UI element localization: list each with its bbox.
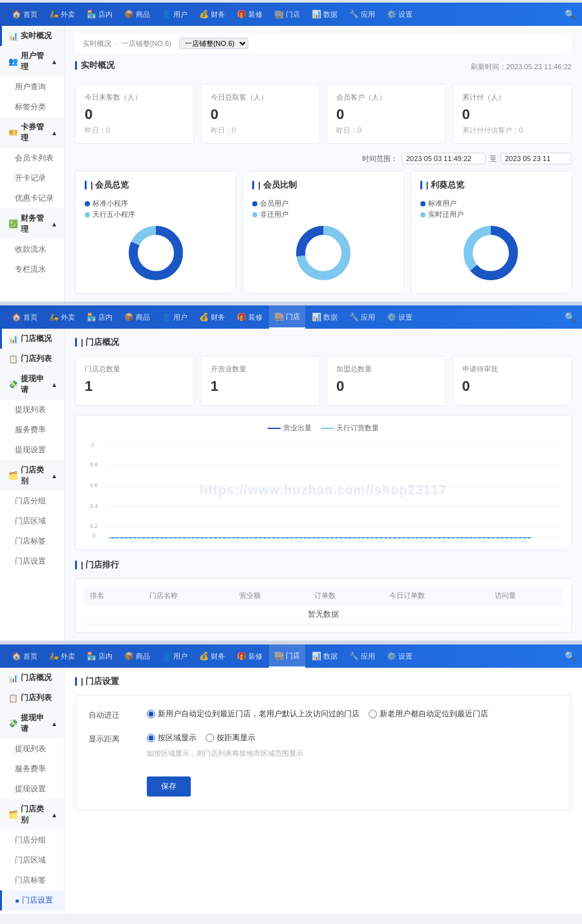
sidebar-item-withdraw-settings[interactable]: 提现设置 <box>0 440 64 460</box>
store-stat-open: 开营业数量 1 <box>201 356 321 406</box>
nav-dianei-3[interactable]: 🏪店内 <box>81 644 118 668</box>
nav-goods-3[interactable]: 📦商品 <box>119 644 155 668</box>
form-content-displayrange: 按区域显示 按距离显示 如按区域显示，则门店列表将按地市区域范围显示 <box>147 732 303 758</box>
radio-displayrange-distance[interactable]: 按距离显示 <box>206 732 255 743</box>
sidebar-item-financemgmt[interactable]: 💹财务管理▲ <box>0 208 64 239</box>
radio-autolocate-new[interactable]: 新用户自动定位到最近门店，老用户默认上次访问过的门店 <box>147 709 360 720</box>
coupon-icon: 🎫 <box>8 128 18 137</box>
sidebar3-item-withdraw-settings[interactable]: 提现设置 <box>0 779 64 799</box>
nav-dianei-1[interactable]: 🏪店内 <box>81 3 118 26</box>
nav-waimai-3[interactable]: 🛵外卖 <box>44 644 80 668</box>
nav-finance-1[interactable]: 💰财务 <box>194 3 230 26</box>
sidebar-item-tagcat[interactable]: 标签分类 <box>0 97 64 117</box>
sidebar3-item-overview[interactable]: 📊门店概况 <box>0 668 64 688</box>
nav-store-1[interactable]: 🏬门店 <box>269 3 305 26</box>
sidebar-item-store-list[interactable]: 📋门店列表 <box>0 349 64 369</box>
sidebar3-item-list[interactable]: 📋门店列表 <box>0 688 64 708</box>
sidebar-item-discountcard[interactable]: 优惠卡记录 <box>0 188 64 208</box>
sidebar-item-cashflow[interactable]: 收款流水 <box>0 239 64 259</box>
nav-settings-3[interactable]: ⚙️设置 <box>382 644 418 668</box>
sidebar-item-couponmgmt[interactable]: 🎫卡券管理▲ <box>0 117 64 148</box>
nav-settings-2[interactable]: ⚙️设置 <box>382 305 418 329</box>
search-icon-nav-1[interactable]: 🔍 <box>565 9 576 19</box>
sidebar-item-store-group[interactable]: 门店分组 <box>0 491 64 511</box>
nav-decor-3[interactable]: 🎁装修 <box>232 644 268 668</box>
sidebar-item-service-rate[interactable]: 服务费率 <box>0 420 64 440</box>
nav-data-1[interactable]: 📊数据 <box>307 3 343 26</box>
legend-dot-3-1 <box>420 212 426 217</box>
sidebar-item-membercard[interactable]: 会员卡列表 <box>0 148 64 168</box>
store-select-1[interactable]: 一店铺整(NO.6) <box>179 38 248 49</box>
nav-waimai-2[interactable]: 🛵外卖 <box>44 305 80 329</box>
nav-store-2[interactable]: 🏬门店 <box>269 305 305 329</box>
sidebar3-item-settings[interactable]: ●门店设置 <box>0 890 64 910</box>
s3-withdraw-icon: 💸 <box>8 719 18 728</box>
nav-data-3[interactable]: 📊数据 <box>307 644 343 668</box>
sidebar3-item-group[interactable]: 门店分组 <box>0 830 64 850</box>
top-nav-1: 🏠首页 🛵外卖 🏪店内 📦商品 👤用户 💰财务 🎁装修 🏬门店 📊数据 🔧应用 … <box>0 3 582 26</box>
svg-text:11: 11 <box>317 540 323 542</box>
radio-input-autolocate-new[interactable] <box>147 710 155 718</box>
nav-items-3: 🏠首页 🛵外卖 🏪店内 📦商品 👤用户 💰财务 🎁装修 🏬门店 📊数据 🔧应用 … <box>6 644 565 668</box>
section-store-settings: 🏠首页 🛵外卖 🏪店内 📦商品 👤用户 💰财务 🎁装修 🏬门店 📊数据 🔧应用 … <box>0 641 582 914</box>
nav-settings-1[interactable]: ⚙️设置 <box>382 3 418 26</box>
nav-decor-2[interactable]: 🎁装修 <box>232 305 268 329</box>
nav-app-1[interactable]: 🔧应用 <box>344 3 380 26</box>
sidebar3-item-withdraw[interactable]: 💸提现申请▲ <box>0 708 64 739</box>
decor-icon-1: 🎁 <box>237 10 246 19</box>
home-icon-3: 🏠 <box>12 652 21 661</box>
nav-user-3[interactable]: 👤用户 <box>156 644 193 668</box>
nav-user-1[interactable]: 👤用户 <box>156 3 193 26</box>
radio-input-displayrange-distance[interactable] <box>206 734 214 742</box>
nav-finance-2[interactable]: 💰财务 <box>194 305 230 329</box>
nav-home-2[interactable]: 🏠首页 <box>6 305 43 329</box>
sidebar3-item-tag[interactable]: 门店标签 <box>0 870 64 890</box>
chart-member-total: | 会员总览 标准小程序 天行五小程序 <box>75 171 236 294</box>
sidebar3-item-service-rate[interactable]: 服务费率 <box>0 759 64 779</box>
sidebar-item-store-overview[interactable]: 📊门店概况 <box>0 329 64 349</box>
sidebar3-item-region[interactable]: 门店区域 <box>0 850 64 870</box>
nav-waimai-1[interactable]: 🛵外卖 <box>44 3 80 26</box>
update-time: 刷新时间：2023.05.23 11:46:22 <box>471 62 572 72</box>
nav-goods-2[interactable]: 📦商品 <box>119 305 155 329</box>
home-icon-1: 🏠 <box>12 10 21 19</box>
sidebar-item-store-category[interactable]: 🗂️门店类别▲ <box>0 460 64 491</box>
nav-decor-1[interactable]: 🎁装修 <box>232 3 268 26</box>
save-button[interactable]: 保存 <box>147 776 191 797</box>
radio-displayrange-region[interactable]: 按区域显示 <box>147 732 197 743</box>
search-icon-nav-3[interactable]: 🔍 <box>565 651 576 661</box>
radio-input-autolocate-all[interactable] <box>369 710 377 718</box>
sidebar-item-store-region[interactable]: 门店区域 <box>0 511 64 531</box>
radio-autolocate-all[interactable]: 新老用户都自动定位到最近门店 <box>369 709 488 720</box>
nav-home-1[interactable]: 🏠首页 <box>6 3 43 26</box>
sidebar-item-userquery[interactable]: 用户查询 <box>0 77 64 97</box>
usermgmt-icon: 👥 <box>8 57 18 66</box>
svg-text:14: 14 <box>378 540 384 542</box>
sidebar-item-store-settings-link[interactable]: 门店设置 <box>0 551 64 571</box>
sidebar-item-store-tag[interactable]: 门店标签 <box>0 531 64 551</box>
nav-finance-3[interactable]: 💰财务 <box>194 644 230 668</box>
sidebar-item-opencard[interactable]: 开卡记录 <box>0 168 64 188</box>
nav-app-2[interactable]: 🔧应用 <box>344 305 380 329</box>
sidebar3-item-category[interactable]: 🗂️门店类别▲ <box>0 799 64 830</box>
radio-input-displayrange-region[interactable] <box>147 734 155 742</box>
sidebar-item-usermgmt[interactable]: 👥用户管理▲ <box>0 46 64 77</box>
sidebar-item-realtime[interactable]: 📊实时概况 <box>0 26 64 46</box>
search-icon-nav-2[interactable]: 🔍 <box>565 312 576 322</box>
sidebar3-item-withdraw-list[interactable]: 提现列表 <box>0 739 64 759</box>
nav-data-2[interactable]: 📊数据 <box>307 305 343 329</box>
sidebar-item-withdraw-list[interactable]: 提现列表 <box>0 400 64 420</box>
nav-user-2[interactable]: 👤用户 <box>156 305 193 329</box>
nav-store-3[interactable]: 🏬门店 <box>269 644 305 668</box>
stat-label-1: 今日总取客（人） <box>211 93 311 102</box>
date-to[interactable] <box>501 153 572 164</box>
nav-app-3[interactable]: 🔧应用 <box>344 644 380 668</box>
legend-3: 标准用户 实时迁用户 <box>420 199 562 219</box>
nav-goods-1[interactable]: 📦商品 <box>119 3 155 26</box>
sidebar-item-withdraw-apply[interactable]: 💸提现申请▲ <box>0 369 64 400</box>
sidebar-item-colflow[interactable]: 专栏流水 <box>0 259 64 280</box>
home-icon-2: 🏠 <box>12 313 21 322</box>
date-from[interactable] <box>402 153 486 164</box>
nav-home-3[interactable]: 🏠首页 <box>6 644 43 668</box>
nav-dianei-2[interactable]: 🏪店内 <box>81 305 118 329</box>
